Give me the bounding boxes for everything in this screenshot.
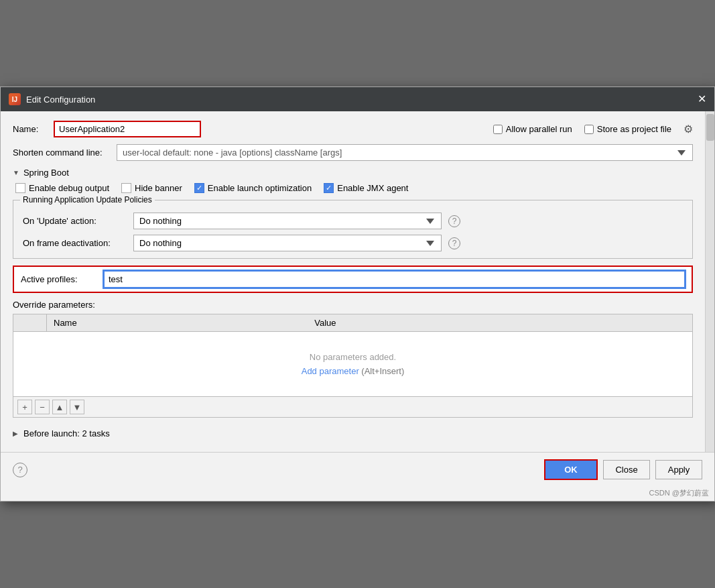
move-down-button[interactable]: ▼	[70, 400, 84, 414]
hide-banner-checkbox[interactable]	[121, 183, 131, 193]
scrollbar-track[interactable]	[705, 111, 714, 452]
params-header: Name Value	[13, 314, 692, 332]
name-row: Name: Allow parallel run Store as projec…	[13, 121, 693, 137]
params-toolbar: + − ▲ ▼	[13, 396, 692, 417]
frame-deactivation-select[interactable]: Do nothing Update classes and resources …	[133, 235, 442, 251]
dialog-footer: ? OK Close Apply	[1, 452, 714, 487]
update-action-select[interactable]: Do nothing Update classes and resources …	[133, 213, 442, 229]
close-window-button[interactable]: ✕	[698, 94, 706, 105]
update-policies-title: Running Application Update Policies	[20, 195, 155, 204]
remove-param-button[interactable]: −	[35, 400, 50, 414]
active-profiles-label: Active profiles:	[21, 274, 94, 284]
store-as-project-text: Store as project file	[597, 124, 671, 134]
before-launch-row[interactable]: ▶ Before launch: 2 tasks	[13, 424, 693, 443]
frame-deactivation-help-icon[interactable]: ?	[448, 237, 460, 249]
params-table: Name Value No parameters added. Add para…	[13, 314, 693, 418]
enable-debug-text: Enable debug output	[29, 183, 109, 193]
params-col-value: Value	[308, 314, 692, 331]
allow-parallel-text: Allow parallel run	[506, 124, 572, 134]
add-param-shortcut: (Alt+Insert)	[361, 366, 404, 376]
update-action-label: On 'Update' action:	[23, 216, 127, 226]
enable-launch-text: Enable launch optimization	[208, 183, 312, 193]
add-param-row: Add parameter (Alt+Insert)	[302, 366, 405, 376]
name-label: Name:	[13, 124, 43, 134]
spring-boot-section: ▼ Spring Boot Enable debug output Hide b…	[13, 168, 693, 193]
params-col-check	[13, 314, 47, 331]
enable-jmx-label[interactable]: ✓ Enable JMX agent	[324, 183, 408, 193]
update-action-row: On 'Update' action: Do nothing Update cl…	[23, 213, 683, 229]
enable-jmx-checkbox[interactable]: ✓	[324, 183, 334, 193]
allow-parallel-label[interactable]: Allow parallel run	[493, 124, 572, 134]
before-launch-expand-icon: ▶	[13, 430, 18, 437]
close-button[interactable]: Close	[603, 460, 650, 479]
enable-launch-checkbox[interactable]: ✓	[194, 183, 204, 193]
active-profiles-input[interactable]	[104, 271, 685, 288]
spring-boot-options: Enable debug output Hide banner ✓ Enable…	[13, 183, 693, 193]
enable-debug-label[interactable]: Enable debug output	[15, 183, 109, 193]
params-empty-text: No parameters added.	[310, 352, 396, 362]
shorten-row: Shorten command line: user-local default…	[13, 144, 693, 161]
dialog-title: Edit Configuration	[26, 95, 95, 105]
enable-debug-checkbox[interactable]	[15, 183, 25, 193]
add-param-link[interactable]: Add parameter	[302, 366, 359, 376]
shorten-command-select[interactable]: user-local default: none - java [options…	[117, 144, 693, 161]
hide-banner-label[interactable]: Hide banner	[121, 183, 182, 193]
help-button[interactable]: ?	[13, 463, 27, 477]
app-icon: IJ	[9, 93, 21, 105]
params-empty-area: No parameters added. Add parameter (Alt+…	[13, 332, 692, 396]
move-up-button[interactable]: ▲	[52, 400, 67, 414]
override-title: Override parameters:	[13, 300, 693, 310]
spring-boot-collapse-icon[interactable]: ▼	[13, 169, 19, 176]
frame-deactivation-row: On frame deactivation: Do nothing Update…	[23, 235, 683, 251]
add-param-button[interactable]: +	[17, 400, 32, 414]
before-launch-label: Before launch: 2 tasks	[23, 428, 110, 438]
name-input[interactable]	[54, 121, 201, 137]
apply-button[interactable]: Apply	[655, 460, 702, 479]
override-section: Override parameters: Name Value No param…	[13, 300, 693, 418]
scrollbar-thumb[interactable]	[706, 114, 714, 141]
params-col-name: Name	[47, 314, 308, 331]
active-profiles-section: Active profiles:	[13, 266, 693, 293]
update-policies-section: Running Application Update Policies On '…	[13, 200, 693, 259]
title-bar-left: IJ Edit Configuration	[9, 93, 95, 105]
edit-configuration-dialog: IJ Edit Configuration ✕ Name: Allow para…	[0, 86, 715, 502]
gear-icon[interactable]: ⚙	[684, 123, 693, 135]
hide-banner-text: Hide banner	[135, 183, 182, 193]
dialog-main: Name: Allow parallel run Store as projec…	[1, 111, 705, 452]
store-as-project-checkbox[interactable]	[584, 125, 594, 134]
enable-launch-label[interactable]: ✓ Enable launch optimization	[194, 183, 312, 193]
dialog-content-area: Name: Allow parallel run Store as projec…	[1, 111, 714, 452]
spring-boot-header: ▼ Spring Boot	[13, 168, 693, 178]
store-as-project-label[interactable]: Store as project file	[584, 124, 671, 134]
frame-deactivation-label: On frame deactivation:	[23, 238, 127, 248]
name-right-options: Allow parallel run Store as project file…	[493, 123, 693, 135]
allow-parallel-checkbox[interactable]	[493, 125, 503, 134]
title-bar: IJ Edit Configuration ✕	[1, 87, 714, 111]
spring-boot-label: Spring Boot	[23, 168, 69, 178]
enable-jmx-text: Enable JMX agent	[337, 183, 408, 193]
shorten-label: Shorten command line:	[13, 148, 110, 158]
ok-button[interactable]: OK	[544, 459, 598, 480]
update-action-help-icon[interactable]: ?	[448, 215, 460, 227]
watermark: CSDN @梦幻蔚蓝	[1, 487, 714, 501]
